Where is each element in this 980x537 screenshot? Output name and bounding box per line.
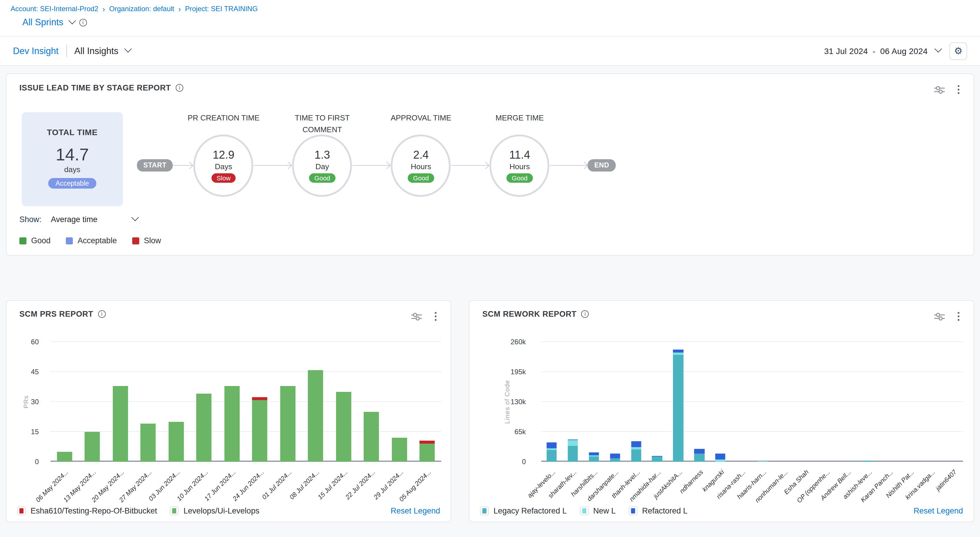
bar-segment[interactable] [84, 432, 100, 462]
legend-checkbox[interactable] [480, 507, 489, 515]
bar-segment[interactable] [57, 452, 72, 462]
bar-segment[interactable] [757, 461, 768, 462]
bar-segment[interactable] [364, 412, 379, 462]
stage-circle[interactable]: 2.4HoursGood [391, 135, 451, 197]
legend-item[interactable]: Legacy Refactored L [480, 507, 567, 515]
bar[interactable] [140, 342, 156, 462]
bar[interactable] [280, 342, 295, 462]
bar[interactable] [926, 342, 936, 462]
bar-segment[interactable] [308, 370, 323, 462]
bar[interactable] [568, 342, 578, 462]
bar[interactable] [863, 342, 873, 462]
reset-legend-link[interactable]: Reset Legend [913, 507, 963, 515]
bar[interactable] [336, 342, 351, 462]
bar-segment[interactable] [280, 386, 295, 462]
bar[interactable] [821, 342, 831, 462]
bar-segment[interactable] [547, 442, 557, 448]
bar[interactable] [547, 342, 557, 462]
bar-segment[interactable] [168, 422, 184, 462]
bar[interactable] [391, 342, 407, 462]
bar-segment[interactable] [391, 438, 407, 462]
bar-segment[interactable] [673, 350, 683, 353]
bar[interactable] [715, 342, 725, 462]
breadcrumb-project[interactable]: Project: SEI TRAINING [185, 5, 258, 13]
legend-checkbox[interactable] [628, 507, 638, 515]
legend-checkbox[interactable] [17, 507, 26, 515]
bar[interactable] [168, 342, 184, 462]
sprint-selector-label[interactable]: All Sprints [22, 17, 64, 28]
filter-sliders-icon[interactable] [411, 312, 422, 321]
bar[interactable] [589, 342, 599, 462]
bar-segment[interactable] [113, 386, 128, 462]
bar-segment[interactable] [863, 460, 873, 462]
bar[interactable] [420, 342, 435, 462]
bar-segment[interactable] [568, 446, 578, 462]
bar-segment[interactable] [224, 386, 239, 462]
bar[interactable] [884, 342, 894, 462]
bar-segment[interactable] [547, 450, 557, 462]
insight-dropdown[interactable]: All Insights [74, 46, 130, 56]
bar-segment[interactable] [631, 450, 641, 462]
kebab-menu-icon[interactable] [956, 84, 961, 95]
kebab-menu-icon[interactable] [434, 311, 438, 322]
date-range-picker[interactable]: 31 Jul 2024 - 06 Aug 2024 [824, 46, 940, 56]
bar-segment[interactable] [652, 457, 662, 462]
bar[interactable] [757, 342, 768, 462]
legend-checkbox[interactable] [580, 507, 589, 515]
stage-circle[interactable]: 12.9DaysSlow [194, 135, 253, 197]
bar-segment[interactable] [673, 355, 683, 462]
legend-item[interactable]: New L [580, 507, 616, 515]
bar-segment[interactable] [631, 441, 641, 447]
bar[interactable] [364, 342, 379, 462]
bar[interactable] [947, 342, 958, 462]
bar-segment[interactable] [715, 453, 725, 460]
stage-circle[interactable]: 1.3DayGood [292, 135, 352, 197]
bar[interactable] [800, 342, 810, 462]
bar[interactable] [84, 342, 100, 462]
info-icon[interactable] [581, 310, 589, 318]
bar[interactable] [652, 342, 662, 462]
bar-segment[interactable] [610, 453, 620, 458]
legend-item[interactable]: Refactored L [628, 507, 688, 515]
bar[interactable] [196, 342, 212, 462]
bar-segment[interactable] [140, 424, 156, 462]
settings-button[interactable]: ⚙ [950, 42, 967, 60]
bar[interactable] [905, 342, 915, 462]
bar-segment[interactable] [568, 440, 578, 446]
bar[interactable] [737, 342, 746, 462]
bar-segment[interactable] [252, 400, 267, 462]
kebab-menu-icon[interactable] [956, 311, 961, 322]
info-icon[interactable] [176, 84, 183, 92]
bar-segment[interactable] [420, 444, 435, 462]
legend-item[interactable]: Levelops/Ui-Levelops [170, 507, 259, 515]
bar[interactable] [252, 342, 267, 462]
bar-segment[interactable] [589, 456, 599, 462]
bar[interactable] [673, 342, 683, 462]
bar[interactable] [779, 342, 789, 462]
bar-segment[interactable] [631, 447, 641, 450]
bar-segment[interactable] [694, 454, 704, 462]
bar-segment[interactable] [336, 392, 351, 462]
filter-sliders-icon[interactable] [934, 86, 945, 94]
bar-segment[interactable] [673, 353, 683, 355]
reset-legend-link[interactable]: Reset Legend [391, 507, 440, 515]
bar-segment[interactable] [420, 441, 435, 444]
chevron-down-icon[interactable] [68, 16, 76, 24]
legend-checkbox[interactable] [170, 507, 179, 515]
legend-item[interactable]: Esha610/Testing-Repo-Of-Bitbucket [17, 507, 157, 515]
bar-segment[interactable] [196, 394, 212, 462]
breadcrumb-organization[interactable]: Organization: default [109, 5, 175, 13]
bar[interactable] [694, 342, 704, 462]
show-dropdown[interactable]: Show: Average time [19, 215, 137, 224]
bar-segment[interactable] [694, 449, 704, 454]
bar[interactable] [842, 342, 852, 462]
bar-segment[interactable] [252, 397, 267, 400]
dev-insight-link[interactable]: Dev Insight [13, 46, 59, 56]
bar[interactable] [308, 342, 323, 462]
bar[interactable] [631, 342, 641, 462]
info-icon[interactable] [98, 310, 105, 318]
filter-sliders-icon[interactable] [934, 312, 945, 321]
sprint-selector[interactable]: All Sprints [22, 17, 980, 28]
bar-segment[interactable] [589, 452, 599, 455]
breadcrumb-account[interactable]: Account: SEI-Internal-Prod2 [11, 5, 99, 13]
